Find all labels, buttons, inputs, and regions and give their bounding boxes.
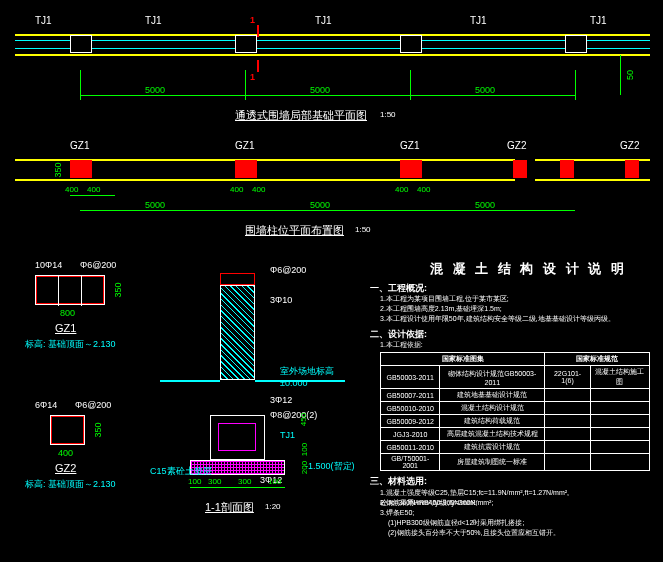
notes-title: 混 凝 土 结 构 设 计 说 明	[430, 260, 627, 278]
footing-rebar	[218, 423, 256, 451]
dim-value: 400	[417, 185, 430, 194]
dim: 200	[300, 461, 309, 474]
col-label: GZ2	[507, 140, 526, 151]
note-item: 1.本工程依据:	[380, 340, 423, 350]
column-gz1	[235, 160, 257, 178]
td: GB50009-2012	[381, 415, 440, 428]
dim-value: 350	[93, 422, 103, 437]
plan2-view: GZ1 GZ1 GZ1 GZ2 GZ2 350 400 400 400 400 …	[15, 135, 650, 245]
tie-label: TJ1	[280, 430, 295, 440]
dim-value: 50	[625, 70, 635, 80]
td: 建筑地基基础设计规范	[440, 389, 545, 402]
rebar-note: 3Φ10	[270, 295, 292, 305]
td	[545, 454, 591, 471]
column-gz2	[560, 160, 574, 178]
plan2-scale: 1:50	[355, 225, 371, 234]
td: 混凝土结构设计规范	[440, 402, 545, 415]
dim: 300	[208, 477, 221, 486]
rebar-label: 6Φ14	[35, 400, 57, 410]
th: 国家标准图集	[381, 353, 545, 366]
col-label: GZ1	[235, 140, 254, 151]
cut-label: 1	[250, 15, 255, 25]
wall-line	[535, 179, 650, 181]
dim-value: 400	[395, 185, 408, 194]
gz2-section	[50, 415, 85, 445]
td	[590, 428, 649, 441]
dim-value: 400	[87, 185, 100, 194]
wall-line-outer2	[15, 54, 650, 56]
dim-line	[70, 195, 115, 196]
dim-ext	[575, 70, 576, 100]
rebar-label: Φ6@200	[80, 260, 116, 270]
wall-line-outer	[15, 34, 650, 36]
dim-value: 800	[60, 308, 75, 318]
dim-value: 5000	[475, 200, 495, 210]
dim-line-v	[620, 55, 621, 95]
note-item: (2)钢筋接头百分率不大于50%,且接头位置应相互错开。	[388, 528, 560, 538]
col-label: TJ1	[470, 15, 487, 26]
rebar-note: 3Φ12	[270, 395, 292, 405]
td: JGJ3-2010	[381, 428, 440, 441]
dim-value: 5000	[310, 200, 330, 210]
rebar-label: 10Φ14	[35, 260, 62, 270]
design-notes: 混 凝 土 结 构 设 计 说 明 一、工程概况: 1.本工程为某项目围墙工程,…	[370, 260, 655, 555]
gz2-name: GZ2	[55, 462, 76, 474]
col-label: TJ1	[590, 15, 607, 26]
td: GB/T50001-2001	[381, 454, 440, 471]
col-label: GZ1	[400, 140, 419, 151]
wall-line-inner2	[15, 48, 650, 49]
section-cut-icon	[257, 25, 259, 37]
note-item: 2.钢筋采用HRB400级,fy=360N/mm²;	[380, 498, 493, 508]
wall-line-inner	[15, 40, 650, 41]
rebar-note: Φ8@200(2)	[270, 410, 317, 420]
col-label: TJ1	[35, 15, 52, 26]
gz1-detail: 10Φ14 Φ6@200 800 350 GZ1 标高: 基础顶面～2.130	[25, 260, 135, 350]
column-outline	[400, 35, 422, 53]
note-item: 3.本工程设计使用年限50年,建筑结构安全等级二级,地基基础设计等级丙级。	[380, 314, 615, 324]
td: 混凝土结构施工图	[590, 366, 649, 389]
td: 房屋建筑制图统一标准	[440, 454, 545, 471]
dim-ext	[410, 70, 411, 100]
column-outline	[235, 35, 257, 53]
td	[545, 389, 591, 402]
top-beam	[220, 273, 255, 285]
td	[590, 389, 649, 402]
td	[590, 454, 649, 471]
plan2-title: 围墙柱位平面布置图	[245, 223, 344, 238]
dim-line	[190, 487, 285, 488]
dim: 300	[238, 477, 251, 486]
dim-value: 400	[230, 185, 243, 194]
section-heading: 三、材料选用:	[370, 475, 427, 488]
dim: 100	[188, 477, 201, 486]
elev-note: -1.500(暂定)	[305, 460, 355, 473]
plan1-scale: 1:50	[380, 110, 396, 119]
column-gz1	[400, 160, 422, 178]
td: GB50003-2011	[381, 366, 440, 389]
td: 建筑结构荷载规范	[440, 415, 545, 428]
td	[590, 402, 649, 415]
section-1-1: Φ6@200 3Φ10 室外场地标高±0.000 3Φ12 Φ8@200(2) …	[160, 265, 360, 535]
th: 国家标准规范	[545, 353, 650, 366]
gz1-elev: 标高: 基础顶面～2.130	[25, 338, 116, 351]
column-gz2	[625, 160, 639, 178]
plan1-view: TJ1 TJ1 1 1 TJ1 TJ1 TJ1 5000 5000 5000 5…	[15, 10, 650, 120]
dim-value: 5000	[145, 85, 165, 95]
td: 建筑抗震设计规范	[440, 441, 545, 454]
td: 高层建筑混凝土结构技术规程	[440, 428, 545, 441]
section-cut-icon	[257, 60, 259, 72]
section-scale: 1:20	[265, 502, 281, 511]
col-label: GZ2	[620, 140, 639, 151]
td	[545, 441, 591, 454]
column-body	[220, 285, 255, 380]
dim-value: 400	[252, 185, 265, 194]
dim: 450	[299, 413, 308, 426]
ground-line	[160, 380, 220, 382]
dim-value: 5000	[310, 85, 330, 95]
dim-value: 350	[53, 162, 63, 177]
td: GB50007-2011	[381, 389, 440, 402]
column-outline	[565, 35, 587, 53]
standards-table: 国家标准图集国家标准规范 GB50003-2011砌体结构设计规范GB50003…	[380, 352, 650, 471]
gz2-elev: 标高: 基础顶面～2.130	[25, 478, 116, 491]
col-label: TJ1	[145, 15, 162, 26]
gz1-name: GZ1	[55, 322, 76, 334]
